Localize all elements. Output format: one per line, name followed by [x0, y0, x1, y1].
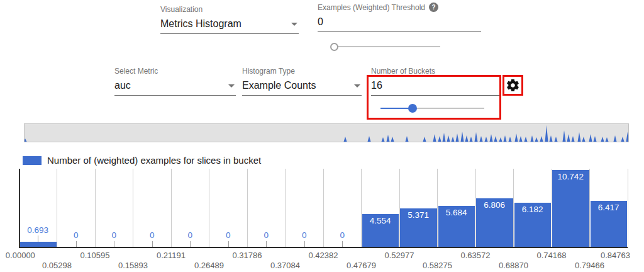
- overview-spike: [515, 133, 518, 142]
- overview-spike: [368, 136, 371, 142]
- x-axis-tick-label: 0.15893: [118, 261, 148, 270]
- overview-spike: [438, 136, 441, 142]
- overview-strip[interactable]: [24, 123, 629, 142]
- gear-icon: [506, 78, 520, 93]
- num-buckets-slider[interactable]: [380, 104, 484, 113]
- bar-value-label: 0: [64, 230, 89, 240]
- overview-spike: [606, 137, 609, 142]
- bar-value-label: 0: [330, 230, 355, 240]
- overview-spike: [433, 134, 436, 142]
- annotation-stem: [266, 241, 267, 247]
- gridline: [323, 169, 324, 248]
- select-metric-value: auc: [114, 80, 131, 91]
- help-icon[interactable]: ?: [429, 3, 438, 12]
- x-axis-tick-label: 0.37084: [270, 261, 300, 270]
- x-axis-tick-label: 0.05298: [42, 261, 72, 270]
- overview-spike: [614, 135, 617, 142]
- overview-spike: [578, 132, 581, 142]
- overview-spike: [485, 137, 488, 142]
- legend-label: Number of (weighted) examples for slices…: [47, 155, 261, 166]
- annotation-stem: [304, 241, 305, 247]
- gridline: [285, 169, 286, 248]
- chevron-down-icon[interactable]: [228, 84, 235, 88]
- bar-value-label: 10.742: [552, 172, 590, 181]
- x-axis-tick-label: 0.79466: [575, 261, 604, 270]
- overview-spike: [563, 130, 566, 142]
- select-metric-select[interactable]: Select Metric auc: [114, 67, 236, 96]
- overview-spike: [509, 137, 512, 142]
- overview-spike: [480, 136, 483, 142]
- overview-sparkline: [25, 124, 628, 142]
- overview-spike: [470, 137, 473, 142]
- bar-value-label: 0: [101, 230, 126, 240]
- overview-spike: [406, 136, 409, 142]
- overview-spike: [572, 136, 575, 142]
- gridline: [247, 169, 248, 248]
- gridline: [171, 169, 172, 248]
- x-axis-tick-label: 0.31786: [233, 251, 262, 260]
- overview-spike: [387, 135, 390, 142]
- slider-thumb[interactable]: [408, 104, 417, 113]
- settings-button[interactable]: [502, 75, 523, 96]
- bar-value-label: 5.684: [438, 208, 476, 217]
- histogram-bar[interactable]: [552, 170, 589, 247]
- overview-spike: [589, 134, 592, 142]
- threshold-input[interactable]: 0: [318, 16, 323, 28]
- num-buckets-input[interactable]: 16: [371, 80, 382, 91]
- x-axis-tick-label: 0.58275: [423, 261, 452, 270]
- overview-spike: [601, 137, 604, 142]
- overview-spike: [626, 132, 629, 142]
- slider-thumb[interactable]: [330, 43, 338, 51]
- x-axis-tick-label: 0.63572: [461, 251, 491, 260]
- x-axis-tick-label: 0.47679: [347, 261, 376, 270]
- bar-value-label: 0.693: [19, 225, 57, 235]
- overview-spike: [621, 137, 625, 142]
- histogram-chart[interactable]: 0.693000000004.5545.3715.6846.8066.18210…: [19, 169, 628, 272]
- chart-legend: Number of (weighted) examples for slices…: [23, 155, 261, 166]
- overview-spike: [443, 133, 446, 142]
- visualization-select[interactable]: Visualization Metrics Histogram: [160, 5, 299, 34]
- x-axis-tick-label: 0.84763: [601, 251, 630, 260]
- slider-track[interactable]: [331, 46, 440, 47]
- bar-value-label: 6.182: [514, 205, 552, 214]
- threshold-field[interactable]: Examples (Weighted) Threshold ? 0: [318, 3, 481, 32]
- x-axis-tick-label: 0.42382: [309, 251, 338, 260]
- threshold-label: Examples (Weighted) Threshold: [318, 3, 425, 12]
- bar-value-label: 0: [253, 230, 279, 240]
- overview-spike: [461, 132, 464, 142]
- bar-value-label: 4.554: [362, 216, 400, 225]
- bar-value-label: 6.417: [590, 203, 628, 212]
- gridline: [133, 169, 133, 248]
- annotation-stem: [190, 241, 191, 247]
- threshold-slider[interactable]: [331, 42, 440, 51]
- gridline: [209, 169, 209, 248]
- bar-value-label: 5.371: [399, 210, 438, 220]
- histogram-bar[interactable]: [19, 242, 57, 247]
- y-axis-line: [19, 169, 20, 248]
- bar-value-label: 0: [292, 230, 317, 240]
- overview-spike: [582, 137, 586, 142]
- overview-spike: [475, 132, 478, 142]
- overview-spike: [490, 134, 493, 142]
- overview-spike: [423, 137, 426, 142]
- bar-value-label: 0: [177, 230, 203, 240]
- histogram-type-select[interactable]: Histogram Type Example Counts: [242, 67, 362, 96]
- overview-spike: [519, 136, 523, 142]
- bar-value-label: 0: [140, 230, 165, 240]
- plot-area[interactable]: 0.693000000004.5545.3715.6846.8066.18210…: [19, 169, 628, 248]
- overview-spike: [594, 136, 597, 142]
- overview-spike: [452, 137, 455, 142]
- annotation-stem: [228, 241, 229, 247]
- chevron-down-icon[interactable]: [291, 23, 297, 26]
- overview-spike: [391, 137, 394, 142]
- overview-spike: [540, 136, 543, 142]
- gridline: [399, 169, 400, 248]
- histogram-type-value: Example Counts: [242, 80, 316, 91]
- x-axis-tick-label: 0.00000: [6, 251, 35, 260]
- bar-value-label: 6.806: [475, 200, 514, 210]
- num-buckets-field[interactable]: Number of Buckets 16: [371, 67, 499, 96]
- chevron-down-icon[interactable]: [354, 84, 360, 88]
- x-axis-tick-label: 0.21191: [157, 251, 186, 260]
- overview-spike: [567, 134, 570, 142]
- overview-spike: [382, 137, 385, 142]
